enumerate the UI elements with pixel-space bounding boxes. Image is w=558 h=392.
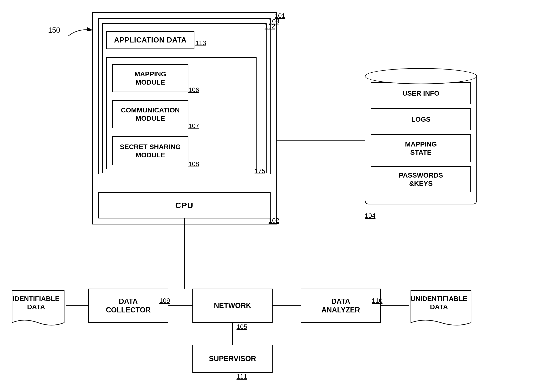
box-comm-module: COMMUNICATIONMODULE — [112, 100, 188, 128]
box-cpu: CPU — [98, 192, 270, 218]
box-mapping-module: MAPPINGMODULE — [112, 64, 188, 92]
db-top — [365, 68, 477, 84]
box-network: NETWORK — [192, 288, 273, 323]
db-passwords-label: PASSWORDS&KEYS — [399, 171, 443, 188]
box-data-collector: DATACOLLECTOR — [88, 288, 168, 323]
arrow-150 — [66, 26, 94, 38]
ref-113: 113 — [195, 39, 206, 47]
database-104: USER INFO LOGS MAPPINGSTATE PASSWORDS&KE… — [365, 68, 477, 212]
box-supervisor: SUPERVISOR — [192, 345, 273, 373]
ref-112: 112 — [265, 23, 275, 30]
ref-104: 104 — [365, 212, 375, 219]
doc-unidentifiable-data: UNIDENTIFIABLEDATA — [409, 288, 473, 329]
diagram-label-150: 150 — [48, 26, 60, 35]
db-user-info-label: USER INFO — [402, 89, 439, 97]
db-logs-label: LOGS — [411, 115, 430, 123]
mapping-module-label: MAPPINGMODULE — [134, 70, 166, 86]
box-data-analyzer: DATAANALYZER — [301, 288, 381, 323]
secret-module-label: SECRET SHARINGMODULE — [120, 143, 181, 159]
network-label: NETWORK — [214, 301, 251, 310]
data-analyzer-label: DATAANALYZER — [322, 297, 360, 314]
ref-102: 102 — [269, 217, 279, 224]
ref-106: 106 — [188, 86, 199, 94]
box-secret-module: SECRET SHARINGMODULE — [112, 136, 188, 165]
box-app-data: APPLICATION DATA — [106, 31, 194, 49]
cpu-label: CPU — [175, 201, 193, 210]
ref-109: 109 — [159, 297, 170, 305]
supervisor-label: SUPERVISOR — [209, 355, 256, 363]
identifiable-data-label: IDENTIFIABLEDATA — [10, 295, 62, 311]
app-data-label: APPLICATION DATA — [114, 36, 187, 44]
ref-111: 111 — [236, 373, 247, 380]
comm-module-label: COMMUNICATIONMODULE — [121, 106, 180, 122]
db-box-mapping-state: MAPPINGSTATE — [371, 134, 471, 162]
ref-108: 108 — [188, 160, 199, 168]
db-box-logs: LOGS — [371, 108, 471, 130]
db-box-user-info: USER INFO — [371, 82, 471, 104]
ref-175: 175 — [254, 167, 265, 175]
unidentifiable-data-label: UNIDENTIFIABLEDATA — [409, 295, 469, 311]
ref-105: 105 — [236, 323, 247, 331]
doc-identifiable-data: IDENTIFIABLEDATA — [10, 288, 66, 329]
data-collector-label: DATACOLLECTOR — [106, 297, 150, 314]
db-box-passwords: PASSWORDS&KEYS — [371, 166, 471, 192]
db-mapping-state-label: MAPPINGSTATE — [405, 140, 437, 157]
ref-110: 110 — [372, 297, 383, 305]
ref-107: 107 — [188, 122, 199, 130]
